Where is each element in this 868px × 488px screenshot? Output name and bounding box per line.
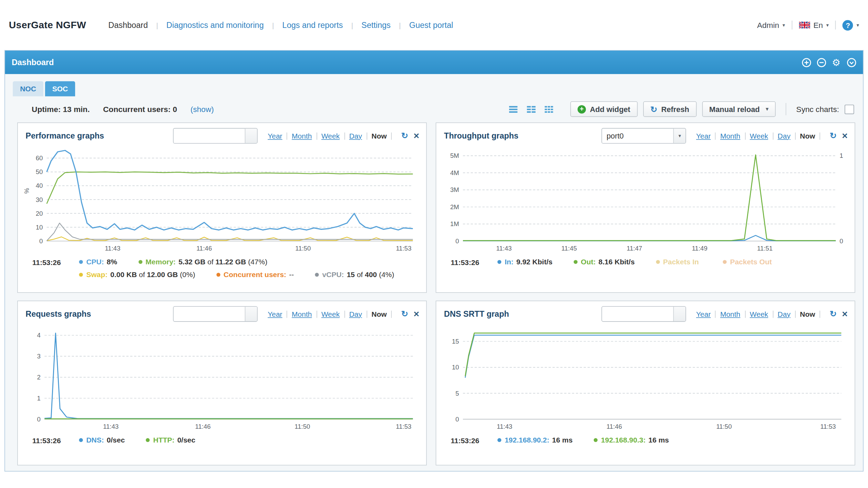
legend-item[interactable]: Packets Out	[723, 258, 774, 266]
legend-item[interactable]: 192.168.90.2:16 ms	[497, 436, 572, 444]
nav-item-dashboard[interactable]: Dashboard	[108, 21, 148, 30]
port-select[interactable]	[173, 128, 258, 144]
legend-item[interactable]: Packets In	[656, 258, 702, 266]
widget-close-icon[interactable]: ✕	[842, 309, 848, 318]
svg-text:0: 0	[455, 416, 459, 423]
arrow-circle-icon[interactable]	[846, 57, 856, 67]
svg-text:11:46: 11:46	[195, 423, 211, 430]
show-link[interactable]: (show)	[190, 105, 214, 114]
svg-text:11:53: 11:53	[820, 423, 836, 430]
legend-item[interactable]: Memory:5.32 GB of 11.22 GB (47%)	[138, 258, 268, 266]
widget-refresh-icon[interactable]: ↻	[830, 131, 837, 141]
legend-rows: 192.168.90.2:16 ms192.168.90.3:16 ms	[497, 436, 669, 445]
widget-refresh-icon[interactable]: ↻	[401, 309, 408, 319]
tab-noc[interactable]: NOC	[13, 81, 43, 96]
admin-menu[interactable]: Admin ▾	[757, 21, 785, 30]
widget-close-icon[interactable]: ✕	[413, 309, 420, 318]
legend-item[interactable]: vCPU:15 of 400 (4%)	[315, 271, 394, 279]
chart-legend: 11:53:26 192.168.90.2:16 ms192.168.90.3:…	[436, 433, 855, 445]
range-year[interactable]: Year	[268, 132, 282, 140]
range-month[interactable]: Month	[720, 132, 740, 140]
layout-three-column-button[interactable]	[541, 102, 556, 116]
legend-value: 0/sec	[107, 436, 125, 444]
nav-item-diagnostics-and-monitoring[interactable]: Diagnostics and monitoring	[166, 21, 264, 30]
separator	[391, 132, 392, 140]
port-select[interactable]	[173, 306, 258, 322]
refresh-label: Refresh	[661, 105, 689, 113]
svg-text:2: 2	[37, 374, 41, 381]
range-day[interactable]: Day	[778, 310, 790, 318]
port-select[interactable]: port0 ▾	[601, 128, 686, 144]
range-now[interactable]: Now	[372, 132, 387, 140]
minus-circle-icon[interactable]	[816, 57, 826, 67]
svg-text:4M: 4M	[450, 169, 459, 176]
legend-value: 8.16 Kbit/s	[599, 258, 635, 266]
range-year[interactable]: Year	[268, 310, 282, 318]
range-week[interactable]: Week	[750, 132, 768, 140]
chart-svg: 01M2M3M4M5M1011:4311:4511:4711:4911:51	[440, 145, 850, 255]
chevron-down-icon[interactable]: ▾	[673, 129, 686, 143]
svg-text:11:43: 11:43	[105, 245, 120, 252]
tab-soc[interactable]: SOC	[45, 81, 75, 96]
svg-text:60: 60	[36, 154, 43, 162]
language-menu[interactable]: En ▾	[799, 21, 829, 30]
legend-bullet-icon	[594, 438, 598, 442]
legend-item[interactable]: DNS:0/sec	[79, 436, 125, 444]
legend-item[interactable]: In:9.92 Kbit/s	[497, 258, 552, 266]
manual-reload-dropdown[interactable]: Manual reload ▾	[702, 101, 776, 117]
legend-label: Packets In	[663, 258, 699, 266]
widget-refresh-icon[interactable]: ↻	[830, 309, 837, 319]
svg-text:11:51: 11:51	[757, 245, 773, 252]
range-year[interactable]: Year	[696, 310, 711, 318]
legend-bullet-icon	[723, 260, 726, 264]
range-now[interactable]: Now	[372, 310, 387, 318]
nav-item-settings[interactable]: Settings	[361, 21, 391, 30]
range-month[interactable]: Month	[292, 132, 312, 140]
legend-item[interactable]: Concurrent users:--	[216, 271, 294, 279]
gear-icon[interactable]: ⚙	[831, 57, 841, 67]
chevron-down-icon[interactable]	[245, 307, 257, 321]
toolbar-status: Uptime: 13 min. Concurrent users: 0 (sho…	[32, 105, 214, 114]
widget-panel: Performance graphs YearMonthWeekDayNow ↻…	[17, 122, 427, 293]
legend-item[interactable]: Out:8.16 Kbit/s	[574, 258, 634, 266]
legend-bullet-icon	[79, 273, 83, 277]
refresh-button[interactable]: ↻ Refresh	[643, 101, 696, 117]
top-nav-right: Admin ▾ En ▾ ? ▾	[757, 20, 859, 30]
range-day[interactable]: Day	[778, 132, 790, 140]
svg-text:11:53: 11:53	[396, 423, 411, 430]
sync-charts-checkbox[interactable]	[845, 104, 854, 114]
nav-item-logs-and-reports[interactable]: Logs and reports	[282, 21, 343, 30]
range-year[interactable]: Year	[696, 132, 711, 140]
widget-close-icon[interactable]: ✕	[842, 131, 848, 140]
range-week[interactable]: Week	[750, 310, 768, 318]
range-week[interactable]: Week	[321, 310, 340, 318]
add-circle-icon[interactable]	[801, 57, 811, 67]
add-widget-button[interactable]: + Add widget	[570, 101, 638, 117]
svg-text:0: 0	[840, 237, 843, 245]
layout-single-column-button[interactable]	[506, 102, 520, 116]
range-month[interactable]: Month	[292, 310, 312, 318]
layout-two-column-button[interactable]	[524, 102, 538, 116]
range-now[interactable]: Now	[800, 132, 815, 140]
chevron-down-icon[interactable]	[673, 307, 686, 321]
port-select[interactable]	[601, 306, 686, 322]
brand-logo: UserGate NGFW	[9, 19, 86, 31]
legend-item[interactable]: CPU:8%	[79, 258, 117, 266]
widget-refresh-icon[interactable]: ↻	[401, 131, 408, 141]
range-day[interactable]: Day	[349, 310, 362, 318]
range-now[interactable]: Now	[800, 310, 815, 318]
legend-item[interactable]: 192.168.90.3:16 ms	[594, 436, 669, 444]
help-menu[interactable]: ? ▾	[843, 20, 859, 30]
legend-label: Out:	[581, 258, 596, 266]
chevron-down-icon[interactable]	[245, 129, 257, 143]
range-day[interactable]: Day	[349, 132, 362, 140]
chart-area: 05101511:4311:4611:5011:53	[440, 324, 850, 433]
range-month[interactable]: Month	[720, 310, 740, 318]
legend-item[interactable]: HTTP:0/sec	[146, 436, 195, 444]
legend-item[interactable]: Swap:0.00 KB of 12.00 GB (0%)	[79, 271, 195, 279]
range-week[interactable]: Week	[321, 132, 340, 140]
widget-close-icon[interactable]: ✕	[413, 131, 420, 140]
chart-area: 0123411:4311:4611:5011:53	[21, 324, 422, 433]
svg-text:0: 0	[455, 237, 459, 245]
nav-item-guest-portal[interactable]: Guest portal	[409, 21, 453, 30]
